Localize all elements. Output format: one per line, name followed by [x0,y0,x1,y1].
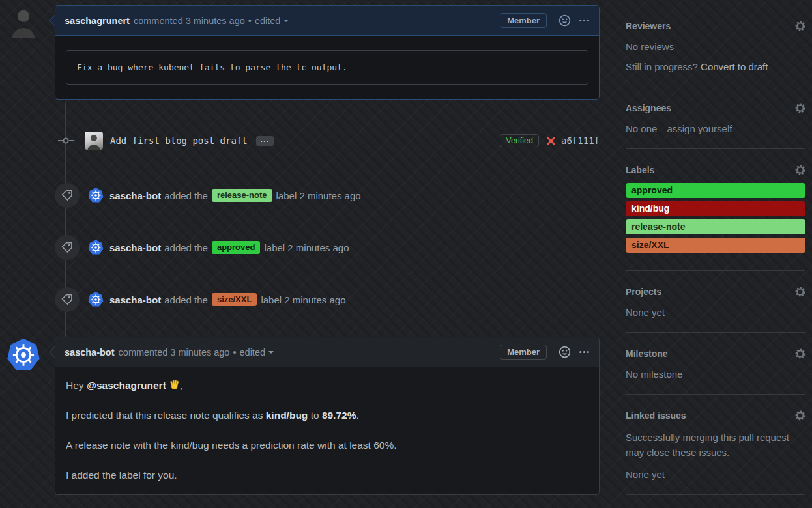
dot-separator: • [233,347,236,358]
section-title: Assignees [626,103,671,113]
linked-issues-description: Successfully merging this pull request m… [626,430,805,460]
sidebar-label-approved[interactable]: approved [626,183,805,198]
edited-dropdown[interactable]: edited [255,16,289,26]
label-badge[interactable]: size/XXL [212,293,257,306]
gear-icon[interactable] [795,287,805,297]
pr-description-code-block: Fix a bug where kubenet fails to parse t… [66,50,588,85]
sidebar-section-labels: Labels approved kind/bug release-note si… [626,149,805,271]
chevron-down-icon [283,20,289,25]
avatar-sascha-bot[interactable] [7,338,40,372]
commit-author-avatar[interactable] [85,132,103,150]
reviewers-empty-text: No reviews [626,41,805,52]
event-icon-circle [55,183,80,208]
body-text: I predicted that this release note quali… [66,410,266,421]
kebab-menu-icon[interactable] [579,346,590,358]
milestone-empty-text: No milestone [626,369,805,380]
sidebar-section-assignees: Assignees No one—assign yourself [626,87,805,149]
convert-to-draft-link[interactable]: Convert to draft [701,61,768,72]
gear-icon[interactable] [795,21,805,31]
sidebar-label-release-note[interactable]: release-note [626,219,805,234]
kubernetes-logo-icon [88,292,104,307]
gear-icon[interactable] [795,165,805,175]
kubernetes-logo-icon [88,240,104,255]
gear-icon[interactable] [795,348,805,359]
body-text: to [308,410,322,421]
event-text: added the [164,190,208,201]
sidebar-section-linked-issues: Linked issues Successfully merging this … [626,395,805,495]
projects-empty-text: None yet [626,307,805,318]
comment-timestamp: commented 3 minutes ago [119,347,230,358]
avatar-sascha-bot-small[interactable] [88,188,104,203]
member-badge: Member [500,345,547,360]
add-reaction-smiley-icon[interactable] [558,14,571,27]
label-event-row: sascha-bot added the approved label 2 mi… [55,234,600,261]
event-actor-link[interactable]: sascha-bot [109,294,161,305]
event-text: added the [164,294,208,305]
comment-author-link[interactable]: sascha-bot [65,347,115,358]
pr-conversation-page: saschagrunert commented 3 minutes ago • … [0,0,812,508]
label-event-row: sascha-bot added the release-note label … [55,182,600,208]
edited-label: edited [240,347,266,358]
commit-expander-button[interactable]: … [256,136,274,146]
prediction-paragraph: I predicted that this release note quali… [66,408,588,423]
gear-icon[interactable] [795,103,805,113]
rule-paragraph: A release note with the kind/bug needs a… [66,438,588,453]
sidebar-label-size-xxl[interactable]: size/XXL [626,238,805,253]
kubernetes-logo-icon [7,338,40,372]
event-text: label 2 minutes ago [264,242,349,253]
comment-author-link[interactable]: saschagrunert [65,16,130,26]
avatar-sascha-bot-small[interactable] [88,240,104,255]
body-text: . [356,410,358,421]
event-actor-link[interactable]: sascha-bot [109,190,161,201]
tag-icon [61,241,74,254]
add-reaction-smiley-icon[interactable] [558,346,571,358]
action-paragraph: I added the label for you. [66,468,588,483]
mention-link[interactable]: @saschagrunert [87,380,166,391]
kubernetes-logo-icon [88,188,104,203]
avatar-sascha-bot-small[interactable] [88,292,104,307]
sidebar-label-kind-bug[interactable]: kind/bug [626,201,805,216]
comment-header: saschagrunert commented 3 minutes ago • … [55,6,599,36]
tag-icon [61,189,74,202]
section-title: Milestone [626,348,668,359]
person-avatar-icon [7,4,40,38]
label-badge[interactable]: approved [212,241,261,254]
tag-icon [61,293,74,306]
percentage-bold: 89.72% [322,410,356,421]
section-title: Reviewers [626,21,671,31]
gear-icon[interactable] [795,410,805,421]
checks-failed-x-icon[interactable] [546,136,556,146]
section-title: Projects [626,287,661,297]
sidebar-section-projects: Projects None yet [626,271,805,333]
linked-issues-empty-text: None yet [626,469,805,480]
commit-event-row: Add first blog post draft … Verified a6f… [55,131,600,150]
greeting-text: Hey [66,380,87,391]
edited-dropdown[interactable]: edited [240,347,274,358]
event-actor-link[interactable]: sascha-bot [109,242,161,253]
greeting-text: , [181,380,183,391]
comment-timestamp: commented 3 minutes ago [134,16,245,26]
bot-comment: sascha-bot commented 3 minutes ago • edi… [55,337,600,495]
git-commit-icon [58,135,74,146]
assign-yourself-link[interactable]: assign yourself [667,123,732,134]
kind-bug-bold: kind/bug [266,410,308,421]
avatar-saschagrunert[interactable] [7,4,40,38]
member-badge: Member [500,13,547,28]
event-text: added the [164,242,208,253]
commit-message-link[interactable]: Add first blog post draft [110,135,248,146]
commit-sha-link[interactable]: a6f111f [561,135,600,146]
dot-separator: • [248,16,252,26]
pr-description-comment: saschagrunert commented 3 minutes ago • … [55,5,600,100]
section-title: Linked issues [626,410,686,421]
sidebar-section-reviewers: Reviewers No reviews Still in progress? … [626,5,805,87]
sidebar: Reviewers No reviews Still in progress? … [626,5,805,495]
label-badge[interactable]: release-note [212,189,272,202]
chevron-down-icon [268,351,274,356]
event-text: label 2 minutes ago [276,190,361,201]
verified-badge[interactable]: Verified [500,134,539,147]
section-title: Labels [626,165,654,175]
kebab-menu-icon[interactable] [579,15,590,26]
event-icon-circle [55,235,80,260]
comment-body: Fix a bug where kubenet fails to parse t… [55,50,599,85]
assignees-empty-text: No one— [626,123,667,134]
